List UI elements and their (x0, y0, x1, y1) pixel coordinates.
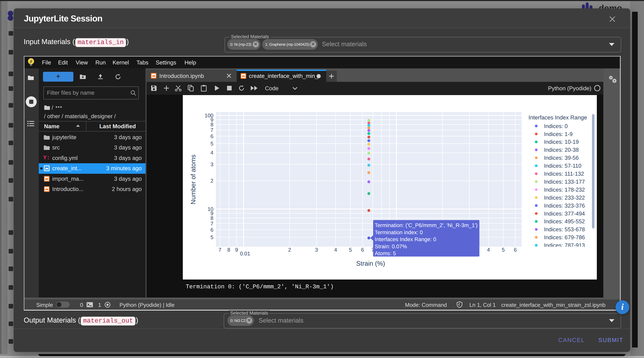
svg-text:Atoms: 5: Atoms: 5 (375, 250, 396, 256)
svg-text:Indices: 20-38: Indices: 20-38 (544, 147, 579, 153)
svg-text:Indices: 178-232: Indices: 178-232 (544, 187, 585, 193)
svg-text:4: 4 (210, 150, 214, 156)
svg-text:Number of atoms: Number of atoms (190, 154, 197, 204)
svg-text:3: 3 (315, 247, 318, 253)
svg-text:6: 6 (361, 247, 364, 253)
svg-text:Indices: 323-376: Indices: 323-376 (544, 202, 585, 209)
svg-text:7: 7 (210, 221, 214, 227)
svg-text:Indices: 10-19: Indices: 10-19 (544, 139, 579, 145)
svg-text:Indices: 495-552: Indices: 495-552 (544, 218, 585, 225)
svg-text:Indices: 679-786: Indices: 679-786 (544, 234, 585, 240)
svg-text:Indices: 57-110: Indices: 57-110 (544, 163, 581, 169)
svg-text:5: 5 (502, 247, 505, 253)
svg-text:8: 8 (210, 122, 214, 128)
svg-text:Indices: 553-678: Indices: 553-678 (544, 226, 585, 232)
svg-text:6: 6 (514, 247, 517, 253)
svg-text:7: 7 (210, 127, 214, 133)
svg-text:Indices: 111-132: Indices: 111-132 (544, 171, 584, 177)
svg-text:9: 9 (235, 247, 238, 253)
svg-text:Indices: 39-56: Indices: 39-56 (544, 155, 579, 161)
svg-text:Indices: 0: Indices: 0 (544, 123, 568, 129)
svg-text:Interfaces Index Range: 0: Interfaces Index Range: 0 (375, 236, 436, 242)
svg-text:Indices: 133-177: Indices: 133-177 (544, 179, 585, 185)
svg-text:7: 7 (218, 247, 222, 253)
svg-text:6: 6 (210, 227, 214, 233)
svg-text:5: 5 (210, 141, 214, 147)
svg-text:4: 4 (334, 247, 337, 253)
svg-text:Indices: 1-9: Indices: 1-9 (544, 131, 572, 137)
svg-text:Strain: 0.07%: Strain: 0.07% (375, 243, 407, 249)
svg-text:Interfaces Index Range: Interfaces Index Range (528, 114, 587, 121)
svg-text:8: 8 (210, 215, 214, 221)
svg-text:Termination index: 0: Termination index: 0 (375, 229, 423, 235)
svg-text:2: 2 (210, 178, 214, 184)
svg-text:4: 4 (487, 247, 490, 253)
svg-text:3: 3 (210, 162, 214, 167)
svg-text:Strain (%): Strain (%) (356, 260, 385, 267)
svg-text:Termination: ('C_P6/mmm_2', 'N: Termination: ('C_P6/mmm_2', 'Ni_R-3m_1') (375, 222, 478, 228)
svg-text:Indices: 377-494: Indices: 377-494 (544, 210, 585, 217)
svg-text:8: 8 (227, 247, 230, 253)
svg-text:demo: demo (599, 4, 622, 9)
svg-text:6: 6 (210, 133, 214, 139)
svg-text:5: 5 (349, 247, 352, 253)
svg-text:Indices: 233-322: Indices: 233-322 (544, 195, 585, 201)
svg-text:0.01: 0.01 (240, 251, 250, 257)
svg-text:5: 5 (210, 234, 214, 240)
svg-text:2: 2 (288, 247, 291, 253)
